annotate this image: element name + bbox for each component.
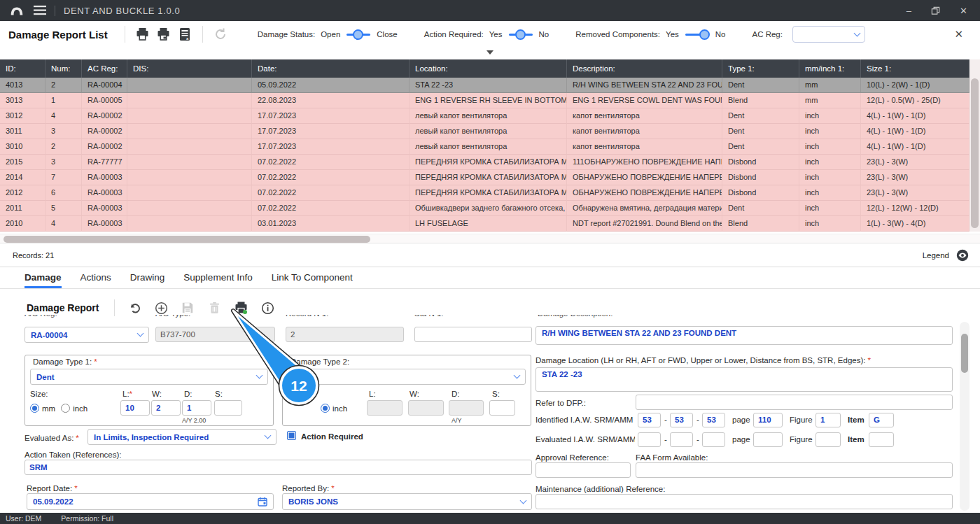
legend-eye-icon[interactable] [956, 249, 969, 262]
column-header[interactable]: Num: [46, 59, 82, 78]
form-vscroll-thumb[interactable] [961, 334, 968, 373]
removed-components-toggle[interactable] [685, 29, 710, 40]
tab-actions[interactable]: Actions [80, 267, 111, 288]
evaluated-srm2-field[interactable] [670, 432, 693, 447]
d1-field[interactable]: 1 [182, 400, 211, 416]
s1-field[interactable] [214, 400, 242, 416]
action-required-checkbox[interactable] [287, 431, 296, 440]
column-header[interactable]: Date: [252, 59, 410, 78]
table-row[interactable]: 20104RA-0000303.01.2023LH FUSELAGENDT re… [0, 216, 969, 232]
delete-button[interactable] [206, 299, 223, 316]
table-cell: 2011 [0, 201, 46, 216]
damage-description-field[interactable]: R/H WING BETWEEN STA 22 AND 23 FOUND DEN… [536, 326, 953, 345]
damage-status-toggle[interactable] [346, 29, 371, 40]
table-hscroll-thumb[interactable] [4, 236, 370, 243]
evaluated-page-field[interactable] [753, 432, 783, 447]
export-excel-button[interactable]: x [174, 24, 195, 44]
reported-by-select[interactable]: BORIS JONS [282, 493, 532, 510]
form-vertical-scrollbar[interactable] [960, 322, 969, 511]
maintenance-reference-field[interactable] [536, 494, 953, 509]
column-header[interactable]: AC Reg: [82, 59, 127, 78]
column-header[interactable]: DIS: [127, 59, 252, 78]
collapse-panel-arrow-icon[interactable] [486, 50, 493, 55]
damage-type1-select[interactable]: Dent [30, 369, 268, 385]
table-row[interactable]: 20147RA-0000307.02.2022ПЕРЕДНЯЯ КРОМКА С… [0, 170, 969, 185]
print-button[interactable] [132, 24, 153, 44]
evaluated-as-select[interactable]: In Limits, Inspection Required [88, 429, 276, 445]
table-cell: Blend [722, 93, 799, 108]
print-preview-button[interactable] [153, 24, 174, 44]
titlebar-separator [55, 6, 55, 16]
inch-radio[interactable] [61, 404, 70, 413]
close-button[interactable]: ✕ [960, 6, 967, 15]
export-report-button[interactable] [232, 299, 249, 316]
tab-link-to-component[interactable]: Link To Component [272, 267, 353, 288]
column-header[interactable]: mm/inch 1: [799, 59, 861, 78]
evaluated-page-label: page [732, 435, 750, 444]
hamburger-menu-icon[interactable] [34, 6, 46, 15]
identified-srm1-field[interactable]: 53 [638, 413, 661, 427]
tab-drawing[interactable]: Drawing [130, 267, 165, 288]
table-row[interactable]: 30102RA-0000217.07.2023левый капот венти… [0, 139, 969, 155]
approval-reference-field[interactable] [536, 462, 631, 478]
table-vertical-scrollbar[interactable] [969, 59, 980, 232]
close-filter-panel-button[interactable]: ✕ [954, 28, 963, 41]
tab-supplement-info[interactable]: Supplement Info [183, 267, 252, 288]
report-date-field[interactable]: 05.09.2022 [27, 493, 274, 510]
table-row[interactable]: 40132RA-0000405.09.2022STA 22 -23R/H WIN… [0, 78, 969, 93]
info-button[interactable] [259, 299, 276, 316]
restore-button[interactable] [931, 6, 940, 15]
table-body: 40132RA-0000405.09.2022STA 22 -23R/H WIN… [0, 78, 969, 232]
column-header[interactable]: ID: [0, 59, 46, 78]
table-row[interactable]: 20115RA-0000307.02.2022Обшивкадвери задн… [0, 201, 969, 216]
table-row[interactable]: 20126RA-0000307.02.2022ПЕРЕДНЯЯ КРОМКА С… [0, 185, 969, 201]
evaluated-figure-field[interactable] [816, 432, 841, 447]
table-cell [127, 201, 252, 216]
table-header: ID:Num:AC Reg:DIS:Date:Location:Descript… [0, 59, 969, 78]
tab-damage[interactable]: Damage [24, 267, 62, 288]
action-required-toggle[interactable] [508, 29, 533, 40]
identified-item-field[interactable]: G [869, 413, 894, 427]
evaluated-srm1-field[interactable] [638, 432, 661, 447]
calendar-icon[interactable] [258, 497, 267, 507]
table-cell: inch [799, 170, 861, 185]
identified-figure-field[interactable]: 1 [816, 413, 841, 427]
damage-location-field[interactable]: STA 22 -23 [536, 367, 953, 392]
evaluated-item-field[interactable] [869, 432, 894, 447]
identified-srm3-field[interactable]: 53 [702, 413, 725, 427]
minimize-button[interactable]: – [906, 6, 911, 15]
evaluated-srm3-field[interactable] [702, 432, 725, 447]
sta-n-field[interactable] [414, 327, 532, 342]
l1-field[interactable]: 10 [120, 400, 150, 416]
add-record-button[interactable] [153, 299, 169, 316]
table-row[interactable]: 30113RA-0000217.07.2023левый капот венти… [0, 124, 969, 139]
damage-status-label: Damage Status: [258, 30, 315, 38]
table-row[interactable]: 30124RA-0000217.07.2023левый капот венти… [0, 108, 969, 124]
column-header[interactable]: Location: [410, 59, 567, 78]
identified-srm2-field[interactable]: 53 [670, 413, 693, 427]
identified-page-field[interactable]: 110 [753, 413, 783, 427]
table-cell: ПЕРЕДНЯЯ КРОМКА СТАБИЛИЗАТОРА МЕЖДУ... [410, 185, 567, 201]
column-header[interactable]: Description: [567, 59, 722, 78]
evaluated-figure-label: Figure [790, 435, 813, 444]
column-header[interactable]: Size 1: [861, 59, 969, 78]
ac-reg-filter-select[interactable] [792, 26, 865, 43]
faa-form-field[interactable] [636, 462, 953, 478]
identified-sep1: - [664, 416, 667, 424]
table-horizontal-scrollbar[interactable] [0, 234, 980, 243]
column-header[interactable]: Type 1: [722, 59, 799, 78]
s2-field[interactable] [489, 400, 515, 416]
action-taken-field[interactable]: SRM [24, 460, 532, 475]
refresh-button[interactable] [210, 24, 231, 44]
ac-reg-select[interactable]: RA-00004 [24, 327, 149, 343]
damage-type2-select[interactable] [288, 369, 526, 385]
save-button[interactable] [179, 299, 196, 316]
mm-radio[interactable] [30, 404, 39, 413]
undo-button[interactable] [126, 299, 143, 316]
table-row[interactable]: 20153RA-7777707.02.2022ПЕРЕДНЯЯ КРОМКА С… [0, 155, 969, 170]
refer-dfp-field[interactable] [636, 395, 953, 410]
table-vscroll-thumb[interactable] [971, 78, 979, 228]
inch2-radio[interactable] [321, 404, 330, 413]
table-row[interactable]: 30131RA-0000522.08.2023ENG 1 REVERSE RH … [0, 93, 969, 108]
w1-field[interactable]: 2 [151, 400, 181, 416]
